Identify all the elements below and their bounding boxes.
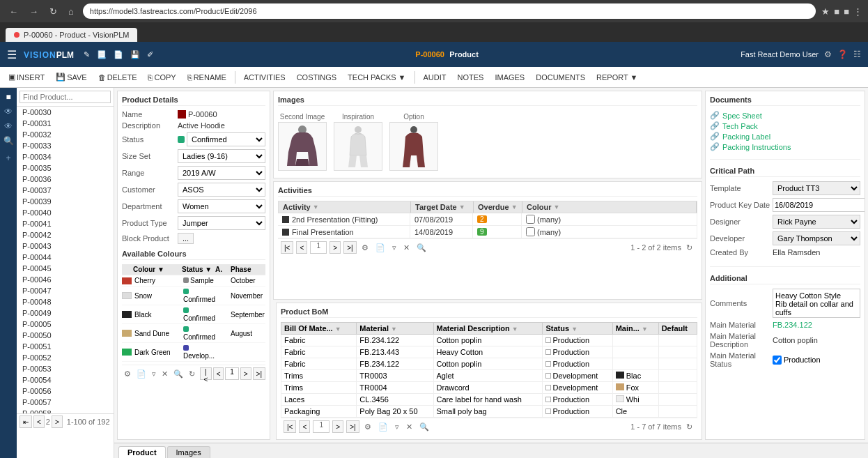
back-button[interactable]: ← <box>6 5 22 18</box>
report-button[interactable]: REPORT ▼ <box>592 72 642 83</box>
comments-textarea[interactable]: Heavy Cotton Style Rib detail on collar … <box>773 289 860 318</box>
images-toolbar-button[interactable]: IMAGES <box>490 72 529 83</box>
second-image-box[interactable] <box>278 122 327 171</box>
target-filter-icon[interactable]: ▼ <box>459 204 465 211</box>
save-button[interactable]: 💾 SAVE <box>52 71 91 83</box>
activities-button[interactable]: ACTIVITIES <box>240 72 290 83</box>
doc-packing-instructions[interactable]: 🔗 Packing Instructions <box>710 142 860 152</box>
bom-next-btn[interactable]: > <box>332 420 343 433</box>
product-item-p00052[interactable]: P-00052 <box>17 352 114 363</box>
doc-spec-sheet[interactable]: 🔗 Spec Sheet <box>710 110 860 121</box>
designer-select[interactable]: Rick Payne <box>773 215 860 229</box>
bom-prev-btn[interactable]: < <box>299 420 310 433</box>
product-item-p00056[interactable]: P-00056 <box>17 386 114 397</box>
menu-icon[interactable]: ⋮ <box>853 6 862 17</box>
active-tab[interactable]: P-00060 - Product - VisionPLM <box>6 28 137 42</box>
option-box[interactable] <box>389 122 438 171</box>
bom-export-btn[interactable]: 📄 <box>376 422 390 432</box>
ext-icon1[interactable]: ■ <box>834 6 839 17</box>
product-key-date-input[interactable] <box>773 198 865 212</box>
doc-tech-pack[interactable]: 🔗 Tech Pack <box>710 121 860 131</box>
act-refresh-btn[interactable]: ↻ <box>684 243 695 253</box>
bom-clearfilter-btn[interactable]: ✕ <box>404 422 414 432</box>
colours-settings-btn[interactable]: ⚙ <box>122 369 133 379</box>
bom-first-btn[interactable]: |< <box>284 420 296 433</box>
bom-search-btn[interactable]: 🔍 <box>417 422 431 432</box>
product-item-p00005[interactable]: P-00005 <box>17 319 114 330</box>
activity-row1-checkbox[interactable] <box>526 215 535 224</box>
act-search-btn[interactable]: 🔍 <box>414 243 428 253</box>
list-prev-btn[interactable]: < <box>33 415 45 428</box>
colours-prev-btn[interactable]: < <box>213 367 224 380</box>
product-item-p00044[interactable]: P-00044 <box>17 252 114 263</box>
range-select[interactable]: 2019 A/W <box>178 166 265 180</box>
product-item-p00039[interactable]: P-00039 <box>17 196 114 207</box>
customer-select[interactable]: ASOS <box>178 183 265 197</box>
product-item-p00051[interactable]: P-00051 <box>17 341 114 352</box>
nav-icon5[interactable]: ✐ <box>147 50 153 59</box>
main-material-link[interactable]: FB.234.122 <box>773 321 812 329</box>
audit-button[interactable]: AUDIT <box>419 72 451 83</box>
product-item-p00042[interactable]: P-00042 <box>17 229 114 241</box>
find-product-input[interactable] <box>20 91 111 103</box>
tech-packs-button[interactable]: TECH PACKS ▼ <box>343 72 410 83</box>
nav-icon3[interactable]: 📄 <box>114 50 123 59</box>
product-item-p00030[interactable]: P-00030 <box>17 107 114 118</box>
bom-filter-btn[interactable]: ▿ <box>393 422 401 432</box>
act-next-btn[interactable]: > <box>330 241 341 254</box>
product-item-p00048[interactable]: P-00048 <box>17 296 114 307</box>
template-select[interactable]: Product TT3 <box>773 181 860 195</box>
colours-filter-btn[interactable]: ▿ <box>150 369 158 379</box>
tab-product[interactable]: Product <box>118 446 166 458</box>
product-item-p00057[interactable]: P-00057 <box>17 397 114 408</box>
settings-icon[interactable]: ⚙ <box>824 49 832 59</box>
nav-icon2[interactable]: 📃 <box>97 50 107 59</box>
colours-next-btn[interactable]: > <box>240 367 251 380</box>
act-last-btn[interactable]: >| <box>343 241 356 254</box>
act-settings-btn[interactable]: ⚙ <box>359 243 371 253</box>
colours-first-btn[interactable]: |< <box>200 367 212 380</box>
inspiration-box[interactable] <box>334 122 382 171</box>
colour-filter-icon[interactable]: ▼ <box>553 204 559 211</box>
department-select[interactable]: Women <box>178 199 265 213</box>
reload-button[interactable]: ↻ <box>46 5 61 18</box>
nav-icon4[interactable]: 💾 <box>130 50 140 59</box>
eye2-icon[interactable]: 👁 <box>3 120 14 132</box>
developer-select[interactable]: Gary Thompson <box>773 231 860 245</box>
colours-last-btn[interactable]: >| <box>253 367 265 380</box>
activity-row2-checkbox[interactable] <box>526 227 535 236</box>
rename-button[interactable]: ⎘ RENAME <box>183 72 231 83</box>
address-bar[interactable]: https://model3.fastreactcs.com/Product/E… <box>83 3 816 19</box>
star-icon[interactable]: ★ <box>821 6 830 17</box>
grid-icon[interactable]: ☷ <box>853 49 861 59</box>
bom-last-btn[interactable]: >| <box>346 420 359 433</box>
tab-images[interactable]: Images <box>167 446 210 458</box>
act-export-btn[interactable]: 📄 <box>373 243 387 253</box>
product-item-p00047[interactable]: P-00047 <box>17 285 114 296</box>
costings-button[interactable]: COSTINGS <box>293 72 341 83</box>
doc-packing-label[interactable]: 🔗 Packing Label <box>710 131 860 142</box>
help-icon[interactable]: ❓ <box>837 49 848 59</box>
act-first-btn[interactable]: |< <box>281 241 293 254</box>
colours-export-btn[interactable]: 📄 <box>134 369 148 379</box>
product-item-p00032[interactable]: P-00032 <box>17 129 114 140</box>
eye-icon[interactable]: 👁 <box>3 105 14 118</box>
product-item-p00046[interactable]: P-00046 <box>17 274 114 285</box>
product-item-p00035[interactable]: P-00035 <box>17 162 114 174</box>
block-btn[interactable]: ... <box>178 233 194 244</box>
product-item-p00054[interactable]: P-00054 <box>17 374 114 386</box>
forward-button[interactable]: → <box>26 5 42 18</box>
act-prev-btn[interactable]: < <box>296 241 307 254</box>
product-item-p00058[interactable]: P-00058 <box>17 408 114 413</box>
copy-button[interactable]: ⎘ COPY <box>144 72 180 83</box>
colours-clearfilter-btn[interactable]: ✕ <box>160 369 170 379</box>
insert-button[interactable]: ▣ INSERT <box>4 71 49 83</box>
nav-icon1[interactable]: ✎ <box>84 50 90 59</box>
product-item-p00031[interactable]: P-00031 <box>17 118 114 129</box>
product-item-p00049[interactable]: P-00049 <box>17 307 114 319</box>
bom-refresh-btn[interactable]: ↻ <box>684 422 695 432</box>
list-first-btn[interactable]: ⇤ <box>20 415 32 428</box>
list-next-btn[interactable]: > <box>52 415 63 428</box>
add-left-icon[interactable]: + <box>4 152 12 165</box>
product-item-p00043[interactable]: P-00043 <box>17 241 114 252</box>
